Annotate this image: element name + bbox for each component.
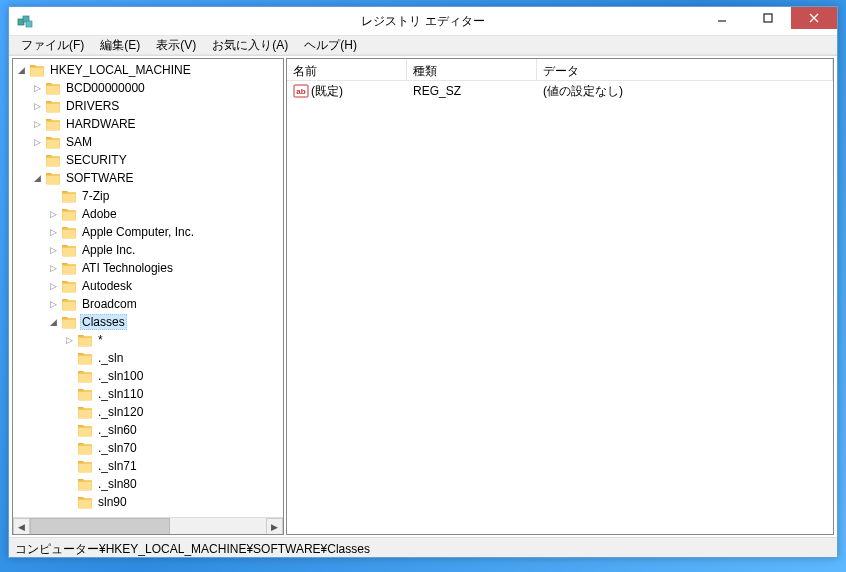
tree-label: DRIVERS [64, 99, 121, 113]
expander-icon[interactable]: ▷ [47, 262, 59, 274]
expander-icon[interactable]: ▷ [31, 136, 43, 148]
maximize-button[interactable] [745, 7, 791, 29]
close-button[interactable] [791, 7, 837, 29]
tree-label: * [96, 333, 105, 347]
tree-row--sln120[interactable]: ._sln120 [63, 403, 283, 421]
tree-row-broadcom[interactable]: ▷Broadcom [47, 295, 283, 313]
tree-label: HKEY_LOCAL_MACHINE [48, 63, 193, 77]
tree-label: SECURITY [64, 153, 129, 167]
svg-rect-6 [764, 14, 772, 22]
folder-icon [61, 315, 77, 329]
tree-label: Classes [80, 314, 127, 330]
scroll-left-button[interactable]: ◀ [13, 518, 30, 535]
tree-label: BCD00000000 [64, 81, 147, 95]
tree-label: HARDWARE [64, 117, 138, 131]
tree-row-autodesk[interactable]: ▷Autodesk [47, 277, 283, 295]
folder-icon [77, 333, 93, 347]
scroll-right-button[interactable]: ▶ [266, 518, 283, 535]
scroll-thumb[interactable] [30, 518, 170, 535]
tree-label: sln90 [96, 495, 129, 509]
tree-row--sln60[interactable]: ._sln60 [63, 421, 283, 439]
horizontal-scrollbar[interactable]: ◀ ▶ [13, 517, 283, 534]
column-type[interactable]: 種類 [407, 59, 537, 80]
folder-icon [45, 153, 61, 167]
column-data[interactable]: データ [537, 59, 833, 80]
folder-icon [61, 279, 77, 293]
menu-view[interactable]: 表示(V) [148, 35, 204, 56]
folder-icon [77, 459, 93, 473]
tree-row--sln70[interactable]: ._sln70 [63, 439, 283, 457]
expander-icon[interactable]: ▷ [47, 244, 59, 256]
folder-icon [77, 369, 93, 383]
tree-row-root[interactable]: ◢ HKEY_LOCAL_MACHINE [15, 61, 283, 79]
value-data: (値の設定なし) [543, 83, 623, 100]
folder-icon [77, 495, 93, 509]
menu-help[interactable]: ヘルプ(H) [296, 35, 365, 56]
tree-row-ati-technologies[interactable]: ▷ATI Technologies [47, 259, 283, 277]
menu-edit[interactable]: 編集(E) [92, 35, 148, 56]
expander-icon[interactable]: ▷ [31, 118, 43, 130]
expander-icon[interactable]: ▷ [47, 298, 59, 310]
tree-row--sln110[interactable]: ._sln110 [63, 385, 283, 403]
tree-label: SAM [64, 135, 94, 149]
expander-icon[interactable]: ◢ [15, 64, 27, 76]
tree-row-security[interactable]: SECURITY [31, 151, 283, 169]
folder-icon [77, 477, 93, 491]
minimize-button[interactable] [699, 7, 745, 29]
folder-icon [77, 405, 93, 419]
tree-row-classes[interactable]: ◢Classes [47, 313, 283, 331]
column-name[interactable]: 名前 [287, 59, 407, 80]
tree-row-software[interactable]: ◢SOFTWARE [31, 169, 283, 187]
tree-row--[interactable]: ▷* [63, 331, 283, 349]
tree-row-7-zip[interactable]: 7-Zip [47, 187, 283, 205]
expander-icon[interactable]: ◢ [47, 316, 59, 328]
tree-row--sln71[interactable]: ._sln71 [63, 457, 283, 475]
registry-tree[interactable]: ◢ HKEY_LOCAL_MACHINE ▷BCD00000000▷DRIVER… [13, 59, 283, 517]
tree-label: ._sln110 [96, 387, 145, 401]
values-pane: 名前 種類 データ (既定) REG_SZ (値の設定なし) [286, 58, 834, 535]
menu-favorites[interactable]: お気に入り(A) [204, 35, 296, 56]
folder-icon [61, 189, 77, 203]
folder-icon [61, 297, 77, 311]
window: レジストリ エディター ファイル(F) 編集(E) 表示(V) お気に入り(A)… [8, 6, 838, 558]
values-header: 名前 種類 データ [287, 59, 833, 81]
tree-row-adobe[interactable]: ▷Adobe [47, 205, 283, 223]
expander-icon[interactable]: ▷ [47, 226, 59, 238]
tree-label: ._sln70 [96, 441, 139, 455]
menu-file[interactable]: ファイル(F) [13, 35, 92, 56]
tree-label: ._sln [96, 351, 125, 365]
window-controls [699, 7, 837, 29]
folder-icon [77, 387, 93, 401]
expander-icon[interactable]: ▷ [31, 100, 43, 112]
status-path: コンピューター¥HKEY_LOCAL_MACHINE¥SOFTWARE¥Clas… [15, 542, 370, 556]
expander-icon[interactable]: ▷ [63, 334, 75, 346]
values-list[interactable]: (既定) REG_SZ (値の設定なし) [287, 81, 833, 534]
folder-icon [45, 117, 61, 131]
tree-row-apple-inc-[interactable]: ▷Apple Inc. [47, 241, 283, 259]
expander-icon[interactable]: ▷ [47, 280, 59, 292]
value-name: (既定) [311, 83, 343, 100]
menubar: ファイル(F) 編集(E) 表示(V) お気に入り(A) ヘルプ(H) [9, 35, 837, 55]
tree-row-drivers[interactable]: ▷DRIVERS [31, 97, 283, 115]
tree-row-hardware[interactable]: ▷HARDWARE [31, 115, 283, 133]
list-row[interactable]: (既定) REG_SZ (値の設定なし) [287, 81, 833, 99]
folder-icon [45, 99, 61, 113]
tree-row-sam[interactable]: ▷SAM [31, 133, 283, 151]
tree-label: ._sln100 [96, 369, 145, 383]
expander-icon[interactable]: ◢ [31, 172, 43, 184]
tree-row--sln100[interactable]: ._sln100 [63, 367, 283, 385]
tree-label: ._sln60 [96, 423, 139, 437]
folder-icon [77, 441, 93, 455]
tree-row-bcd00000000[interactable]: ▷BCD00000000 [31, 79, 283, 97]
tree-row-apple-computer-inc-[interactable]: ▷Apple Computer, Inc. [47, 223, 283, 241]
folder-icon [45, 171, 61, 185]
titlebar[interactable]: レジストリ エディター [9, 7, 837, 35]
tree-label: SOFTWARE [64, 171, 136, 185]
expander-icon[interactable]: ▷ [31, 82, 43, 94]
tree-row--sln80[interactable]: ._sln80 [63, 475, 283, 493]
tree-label: Autodesk [80, 279, 134, 293]
expander-icon[interactable]: ▷ [47, 208, 59, 220]
content-area: ◢ HKEY_LOCAL_MACHINE ▷BCD00000000▷DRIVER… [9, 55, 837, 537]
tree-row--sln90[interactable]: sln90 [63, 493, 283, 511]
tree-row--sln[interactable]: ._sln [63, 349, 283, 367]
